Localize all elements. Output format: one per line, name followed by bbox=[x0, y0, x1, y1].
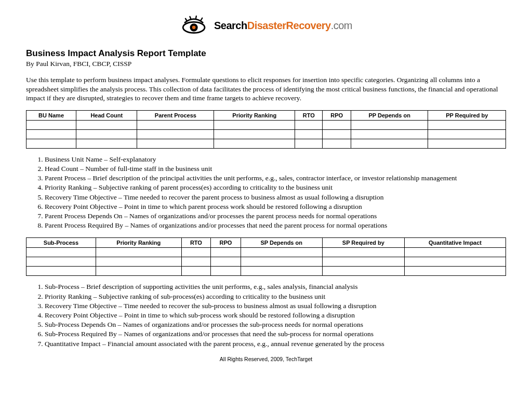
col-header: Parent Process bbox=[137, 110, 214, 120]
logo-part1: Search bbox=[214, 20, 247, 31]
col-header: Head Count bbox=[76, 110, 137, 120]
logo-part3: .com bbox=[331, 20, 352, 31]
table-row bbox=[26, 267, 506, 276]
list-item: Head Count – Number of full-time staff i… bbox=[45, 164, 506, 174]
svg-line-6 bbox=[201, 18, 202, 21]
logo-text: SearchDisasterRecovery.com bbox=[214, 20, 352, 32]
col-header: Priority Ranking bbox=[214, 110, 295, 120]
table-row bbox=[26, 139, 506, 148]
logo-part2: DisasterRecovery bbox=[247, 20, 331, 31]
list-item: Parent Process Depends On – Names of org… bbox=[45, 211, 506, 221]
col-header: SP Required by bbox=[322, 238, 404, 248]
col-header: Sub-Process bbox=[26, 238, 96, 248]
list-item: Recovery Point Objective – Point in time… bbox=[45, 311, 506, 320]
col-header: SP Depends on bbox=[241, 238, 322, 248]
sub-process-definitions: Sub-Process – Brief description of suppo… bbox=[45, 282, 506, 349]
list-item: Sub-Process Required By – Names of organ… bbox=[45, 329, 506, 339]
list-item: Recovery Time Objective – Time needed to… bbox=[45, 301, 506, 311]
list-item: Quantitative Impact – Financial amount a… bbox=[45, 339, 506, 349]
col-header: PP Depends on bbox=[351, 110, 428, 120]
page-title: Business Impact Analysis Report Template bbox=[26, 48, 506, 59]
parent-process-table: BU Name Head Count Parent Process Priori… bbox=[26, 110, 506, 149]
svg-line-5 bbox=[196, 16, 196, 19]
byline: By Paul Kirvan, FBCI, CBCP, CISSP bbox=[26, 60, 506, 68]
list-item: Priority Ranking – Subjective ranking of… bbox=[45, 292, 506, 301]
parent-process-definitions: Business Unit Name – Self-explanatory He… bbox=[45, 155, 506, 231]
table-row bbox=[26, 120, 506, 129]
col-header: Priority Ranking bbox=[96, 238, 181, 248]
list-item: Sub-Process – Brief description of suppo… bbox=[45, 282, 506, 291]
footer-copyright: All Rights Reserved, 2009, TechTarget bbox=[26, 356, 506, 362]
list-item: Recovery Point Objective – Point in time… bbox=[45, 202, 506, 211]
table-row bbox=[26, 257, 506, 267]
table-header-row: BU Name Head Count Parent Process Priori… bbox=[26, 110, 506, 120]
svg-line-4 bbox=[190, 17, 191, 19]
table-header-row: Sub-Process Priority Ranking RTO RPO SP … bbox=[26, 238, 506, 248]
col-header: PP Required by bbox=[428, 110, 506, 120]
table-row bbox=[26, 129, 506, 139]
col-header: Quantitative Impact bbox=[404, 238, 506, 248]
list-item: Recovery Time Objective – Time needed to… bbox=[45, 193, 506, 202]
intro-paragraph: Use this template to perform business im… bbox=[26, 75, 506, 103]
list-item: Parent Process – Brief description of th… bbox=[45, 174, 506, 183]
eye-icon bbox=[180, 16, 210, 35]
list-item: Business Unit Name – Self-explanatory bbox=[45, 155, 506, 164]
svg-point-2 bbox=[192, 25, 196, 29]
list-item: Priority Ranking – Subjective ranking of… bbox=[45, 183, 506, 192]
list-item: Parent Process Required By – Names of or… bbox=[45, 221, 506, 230]
col-header: RPO bbox=[323, 110, 351, 120]
sub-process-table: Sub-Process Priority Ranking RTO RPO SP … bbox=[26, 237, 506, 276]
col-header: RTO bbox=[295, 110, 323, 120]
list-item: Sub-Process Depends On – Names of organi… bbox=[45, 320, 506, 329]
logo: SearchDisasterRecovery.com bbox=[180, 16, 352, 35]
col-header: RPO bbox=[211, 238, 241, 248]
col-header: BU Name bbox=[26, 110, 76, 120]
col-header: RTO bbox=[181, 238, 210, 248]
logo-container: SearchDisasterRecovery.com bbox=[26, 16, 506, 35]
svg-line-3 bbox=[185, 19, 187, 21]
table-row bbox=[26, 248, 506, 257]
